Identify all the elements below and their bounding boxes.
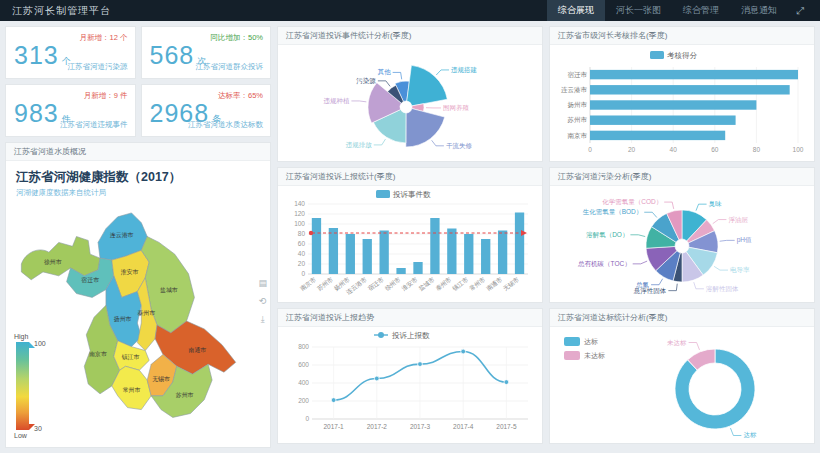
svg-text:100: 100 xyxy=(793,146,804,153)
assessment-hbar-chart[interactable]: 考核得分020406080100宿迁市连云港市扬州市苏州市南京市 xyxy=(550,45,814,161)
stat-value: 568 xyxy=(150,41,195,69)
map-region-label: 南京市 xyxy=(89,351,107,357)
svg-text:未达标: 未达标 xyxy=(584,352,605,360)
legend-min-value: 30 xyxy=(34,425,42,432)
svg-text:100: 100 xyxy=(294,220,305,227)
map-region-label: 苏州市 xyxy=(176,392,194,398)
svg-text:120: 120 xyxy=(294,210,305,217)
svg-text:无锡市: 无锡市 xyxy=(502,275,521,292)
complaint-category-panel: 江苏省河道投诉事件统计分析(季度) 其他违规搭建围网养殖干流失修违规排放违规种植… xyxy=(277,26,543,162)
map-region-label: 徐州市 xyxy=(44,259,62,266)
map-toolbox: ▤ ⟲ ⤓ xyxy=(258,279,267,324)
stat-label: 江苏省河道污染源 xyxy=(68,62,128,72)
svg-text:2017-3: 2017-3 xyxy=(410,423,431,430)
panel-title: 江苏省河道污染分析(季度) xyxy=(550,168,814,186)
svg-text:违规排放: 违规排放 xyxy=(346,141,373,149)
svg-text:总氮: 总氮 xyxy=(635,281,650,288)
middle-column: 江苏省河道投诉事件统计分析(季度) 其他违规搭建围网养殖干流失修违规排放违规种植… xyxy=(277,26,543,448)
svg-text:800: 800 xyxy=(298,343,309,350)
svg-text:化学需氧量（COD）: 化学需氧量（COD） xyxy=(602,198,662,206)
stat-delta: 月新增：12 个 xyxy=(80,33,128,43)
legend-max-value: 100 xyxy=(34,340,46,347)
complaint-bar-chart[interactable]: 投诉事件数020406080100120140南京市苏州市扬州市连云港市宿迁市徐… xyxy=(278,186,542,302)
svg-text:浮油层: 浮油层 xyxy=(728,216,748,224)
svg-text:苏州市: 苏州市 xyxy=(567,116,588,123)
map-subtitle: 河湖健康度数据来自统计局 xyxy=(6,188,270,198)
svg-text:40: 40 xyxy=(670,146,678,153)
nav-item-notifications[interactable]: 消息通知 xyxy=(730,0,788,21)
app-title: 江苏河长制管理平台 xyxy=(0,4,111,18)
map-region-label: 连云港市 xyxy=(110,232,134,239)
svg-text:80: 80 xyxy=(753,146,761,153)
stat-card-pollution-sources: 313个 月新增：12 个 江苏省河道污染源 xyxy=(5,26,136,79)
dashboard: 313个 月新增：12 个 江苏省河道污染源 568次 同比增加：50% 江苏省… xyxy=(0,21,820,453)
svg-text:20: 20 xyxy=(628,146,636,153)
svg-text:pH值: pH值 xyxy=(737,236,752,244)
assessment-ranking-panel: 江苏省市级河长考核排名(季度) 考核得分020406080100宿迁市连云港市扬… xyxy=(549,26,815,162)
svg-text:总有机碳（TOC）: 总有机碳（TOC） xyxy=(577,260,631,268)
stat-delta: 达标率：65% xyxy=(218,91,263,101)
nav-item-riverchief-map[interactable]: 河长一张图 xyxy=(605,0,672,21)
panel-title: 江苏省市级河长考核排名(季度) xyxy=(550,27,814,45)
svg-text:考核得分: 考核得分 xyxy=(667,51,698,60)
svg-text:电导率: 电导率 xyxy=(730,266,750,273)
svg-text:其他: 其他 xyxy=(377,68,392,76)
complaint-trend-panel: 江苏省河道投诉上报趋势 投诉上报数02004006008002017-12017… xyxy=(277,308,543,444)
map-region-label: 常州市 xyxy=(123,387,141,393)
svg-text:达标: 达标 xyxy=(584,338,598,346)
map-region-label: 宿迁市 xyxy=(81,276,99,284)
stat-value: 983 xyxy=(14,99,59,127)
svg-text:违规种植: 违规种植 xyxy=(323,97,350,105)
save-image-icon[interactable]: ▤ xyxy=(258,279,267,288)
restore-icon[interactable]: ⟲ xyxy=(258,297,267,306)
panel-title: 江苏省河道投诉上报统计(季度) xyxy=(278,168,542,186)
svg-text:140: 140 xyxy=(294,200,305,207)
svg-text:60: 60 xyxy=(711,146,719,153)
svg-text:宿迁市: 宿迁市 xyxy=(366,275,385,292)
panel-title: 江苏省河道投诉上报趋势 xyxy=(278,309,542,327)
svg-text:南京市: 南京市 xyxy=(568,132,588,139)
svg-text:400: 400 xyxy=(298,379,309,386)
svg-text:扬州市: 扬州市 xyxy=(568,101,588,109)
complaint-by-city-panel: 江苏省河道投诉上报统计(季度) 投诉事件数020406080100120140南… xyxy=(277,167,543,303)
svg-text:0: 0 xyxy=(301,270,305,277)
svg-text:2017-2: 2017-2 xyxy=(367,423,388,430)
svg-text:溶解性固体: 溶解性固体 xyxy=(706,285,739,293)
map-region-label: 扬州市 xyxy=(114,316,132,323)
svg-text:污染源: 污染源 xyxy=(356,77,376,85)
right-column: 江苏省市级河长考核排名(季度) 考核得分020406080100宿迁市连云港市扬… xyxy=(549,26,815,448)
svg-text:达标: 达标 xyxy=(743,431,757,439)
svg-text:投诉上报数: 投诉上报数 xyxy=(391,331,430,340)
panel-title: 江苏省河道水质概况 xyxy=(6,143,270,161)
map-region-label: 镇江市 xyxy=(121,354,140,361)
map-region-label: 无锡市 xyxy=(152,375,170,383)
map-title: 江苏省河湖健康指数（2017） xyxy=(6,161,270,188)
water-quality-map-panel: 江苏省河道水质概况 江苏省河湖健康指数（2017） 河湖健康度数据来自统计局 徐… xyxy=(5,142,271,448)
compliance-donut-chart[interactable]: 达标未达标达标未达标 xyxy=(550,327,814,443)
compliance-panel: 江苏省河道达标统计分析(季度) 达标未达标达标未达标 xyxy=(549,308,815,444)
panel-title: 江苏省河道投诉事件统计分析(季度) xyxy=(278,27,542,45)
svg-text:溶解氧（DO）: 溶解氧（DO） xyxy=(586,231,628,239)
svg-text:违规搭建: 违规搭建 xyxy=(451,66,478,74)
stat-delta: 同比增加：50% xyxy=(210,33,263,43)
download-icon[interactable]: ⤓ xyxy=(258,315,267,324)
legend-low-label: Low xyxy=(14,432,27,439)
complaint-trend-line-chart[interactable]: 投诉上报数02004006008002017-12017-22017-32017… xyxy=(278,327,542,443)
svg-text:2017-5: 2017-5 xyxy=(496,423,517,430)
fullscreen-icon[interactable]: ⤢ xyxy=(788,5,812,17)
stat-value: 313 xyxy=(14,41,59,69)
svg-text:生化需氧量（BOD）: 生化需氧量（BOD） xyxy=(583,208,643,216)
stat-label: 江苏省河道违规事件 xyxy=(60,120,128,130)
svg-text:悬浮性固体: 悬浮性固体 xyxy=(633,287,667,295)
svg-text:淮安市: 淮安市 xyxy=(400,275,418,292)
complaint-rose-chart[interactable]: 其他违规搭建围网养殖干流失修违规排放违规种植污染源 xyxy=(278,45,542,161)
svg-text:南通市: 南通市 xyxy=(485,275,503,292)
nav-item-management[interactable]: 综合管理 xyxy=(672,0,730,21)
pollution-pie-chart[interactable]: 臭味浮油层pH值电导率溶解性固体悬浮性固体总氮总有机碳（TOC）溶解氧（DO）生… xyxy=(550,186,814,302)
stat-card-water-quality: 2968条 达标率：65% 江苏省河道水质达标数 xyxy=(141,84,272,137)
svg-text:围网养殖: 围网养殖 xyxy=(443,104,470,111)
svg-text:南京市: 南京市 xyxy=(299,275,317,292)
nav-item-overview[interactable]: 综合展现 xyxy=(547,0,605,21)
svg-text:宿迁市: 宿迁市 xyxy=(568,71,588,79)
svg-text:投诉事件数: 投诉事件数 xyxy=(392,190,431,199)
